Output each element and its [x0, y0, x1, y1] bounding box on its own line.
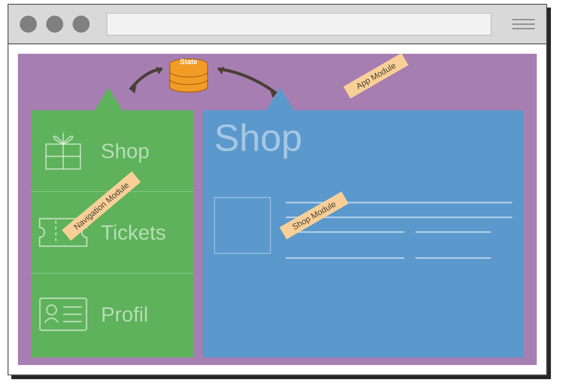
app-module-label: App Module — [343, 53, 408, 98]
window-dot — [46, 16, 63, 33]
nav-item-label: Tickets — [101, 220, 166, 244]
nav-item-label: Shop — [101, 139, 149, 163]
window-controls — [20, 16, 90, 33]
shop-pointer — [265, 88, 295, 112]
state-store: State — [169, 58, 209, 97]
browser-window: State — [8, 4, 547, 375]
menu-icon — [512, 19, 535, 29]
app-module-area: State — [18, 54, 537, 365]
address-bar — [107, 13, 492, 35]
window-dot — [73, 16, 90, 33]
arrow-left-icon — [123, 65, 166, 97]
architecture-diagram: State — [8, 4, 558, 381]
state-label: State — [169, 58, 209, 66]
shop-module: Shop — [203, 110, 524, 357]
nav-item-shop: Shop — [31, 110, 193, 192]
nav-item-label: Profil — [101, 302, 148, 326]
navigation-module: Shop Tickets — [31, 110, 193, 357]
svg-point-11 — [47, 305, 57, 315]
nav-item-profil: Profil — [31, 274, 193, 355]
gift-icon — [39, 126, 88, 175]
browser-titlebar — [9, 5, 546, 44]
shop-content — [214, 197, 512, 259]
product-thumbnail — [214, 197, 271, 254]
shop-heading: Shop — [214, 116, 512, 159]
window-dot — [20, 16, 37, 33]
id-card-icon — [39, 290, 88, 339]
nav-pointer — [93, 88, 124, 112]
